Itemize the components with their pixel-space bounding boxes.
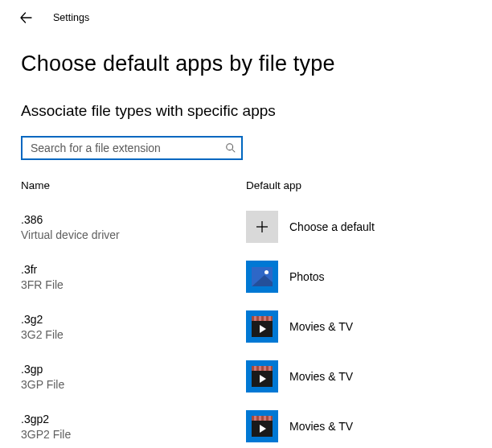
- app-icon-movies[interactable]: [246, 360, 278, 393]
- back-button[interactable]: [16, 8, 35, 27]
- file-type-row: .3fr3FR FilePhotos: [21, 261, 471, 293]
- file-description: Virtual device driver: [21, 228, 246, 243]
- movies-icon: [252, 366, 273, 387]
- page-subtitle: Associate file types with specific apps: [21, 102, 471, 120]
- file-extension: .3fr: [21, 262, 246, 277]
- plus-icon: [255, 220, 269, 234]
- column-header-name: Name: [21, 179, 246, 191]
- movies-icon: [252, 416, 273, 437]
- arrow-left-icon: [19, 11, 32, 24]
- search-box[interactable]: [21, 136, 243, 160]
- file-extension: .3gp: [21, 362, 246, 377]
- file-extension: .386: [21, 212, 246, 228]
- file-type-row: .3gp3GP FileMovies & TV: [21, 360, 471, 393]
- app-label: Choose a default: [289, 220, 375, 233]
- search-icon: [225, 142, 236, 154]
- file-type-info: .386Virtual device driver: [21, 211, 246, 243]
- file-extension: .3g2: [21, 312, 246, 327]
- page-title: Choose default apps by file type: [21, 51, 471, 76]
- default-app-cell[interactable]: Movies & TV: [246, 360, 353, 393]
- title-bar: Settings: [0, 0, 492, 35]
- photos-icon: [252, 267, 273, 286]
- default-app-cell[interactable]: Photos: [246, 261, 325, 293]
- app-icon-movies[interactable]: [246, 310, 278, 343]
- file-description: 3FR File: [21, 277, 246, 293]
- file-type-info: .3gp3GP File: [21, 360, 246, 393]
- default-app-cell[interactable]: Movies & TV: [246, 310, 353, 343]
- file-type-list: .386Virtual device driverChoose a defaul…: [21, 211, 471, 442]
- app-icon-photos[interactable]: [246, 261, 278, 293]
- file-type-info: .3fr3FR File: [21, 261, 246, 293]
- file-type-row: .386Virtual device driverChoose a defaul…: [21, 211, 471, 243]
- movies-icon: [252, 316, 273, 337]
- file-type-info: .3g23G2 File: [21, 310, 246, 343]
- column-header-default-app: Default app: [246, 179, 471, 191]
- app-icon-movies[interactable]: [246, 410, 278, 442]
- file-description: 3GP File: [21, 377, 246, 393]
- default-app-cell[interactable]: Choose a default: [246, 211, 375, 243]
- app-title: Settings: [53, 12, 89, 23]
- file-description: 3G2 File: [21, 327, 246, 343]
- default-app-cell[interactable]: Movies & TV: [246, 410, 353, 442]
- app-label: Movies & TV: [289, 370, 353, 383]
- search-input[interactable]: [29, 141, 225, 155]
- file-description: 3GP2 File: [21, 427, 246, 442]
- file-type-info: .3gp23GP2 File: [21, 410, 246, 442]
- svg-point-0: [227, 144, 233, 150]
- app-label: Movies & TV: [289, 420, 353, 433]
- app-label: Movies & TV: [289, 320, 353, 333]
- file-type-row: .3gp23GP2 FileMovies & TV: [21, 410, 471, 442]
- content-area: Choose default apps by file type Associa…: [0, 51, 492, 442]
- choose-default-button[interactable]: [246, 211, 278, 243]
- file-type-row: .3g23G2 FileMovies & TV: [21, 310, 471, 343]
- file-extension: .3gp2: [21, 412, 246, 427]
- app-label: Photos: [289, 270, 325, 283]
- svg-line-1: [232, 150, 236, 153]
- column-headers: Name Default app: [21, 179, 471, 211]
